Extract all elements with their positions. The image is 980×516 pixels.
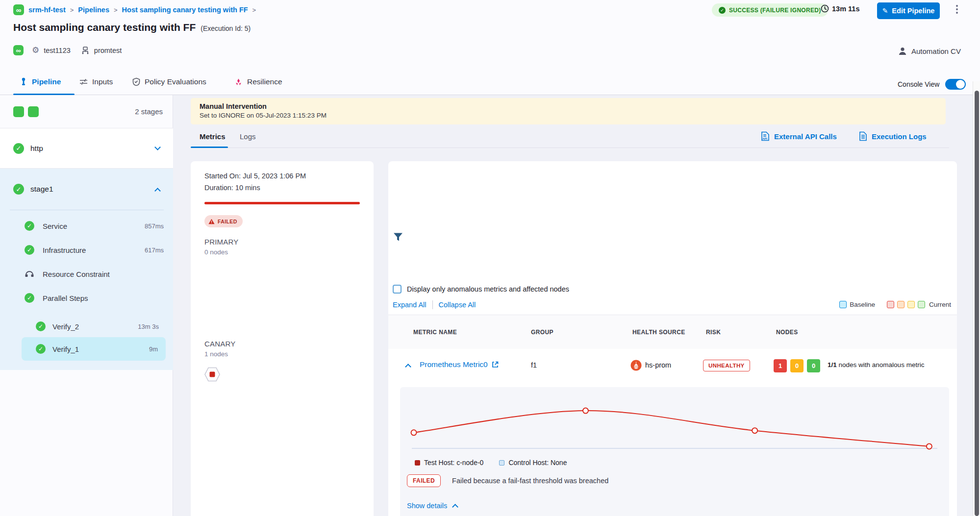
collapse-all-link[interactable]: Collapse All bbox=[439, 301, 476, 309]
show-details-link[interactable]: Show details bbox=[407, 502, 457, 510]
console-view-control: Console View bbox=[898, 79, 966, 90]
sidebar-step-verify-2[interactable]: ✓ Verify_2 13m 3s bbox=[36, 319, 159, 334]
test-host-swatch bbox=[415, 460, 420, 466]
vertical-scrollbar-thumb[interactable] bbox=[975, 91, 979, 516]
tab-policy-evaluations[interactable]: Policy Evaluations bbox=[132, 77, 206, 86]
external-link-icon[interactable] bbox=[492, 361, 499, 368]
node-count-red-chip: 1 bbox=[774, 359, 787, 372]
breadcrumb: ∞ srm-hf-test > Pipelines > Host samplin… bbox=[13, 4, 256, 16]
warning-triangle-icon bbox=[208, 219, 215, 224]
nodes-anomalous-summary: 1/1 nodes with anomalous metric bbox=[828, 361, 924, 369]
tab-resilience-label: Resilience bbox=[247, 77, 282, 86]
breadcrumb-pipeline-link[interactable]: Host sampling canary testing with FF bbox=[122, 6, 248, 14]
banner-title: Manual Intervention bbox=[200, 102, 937, 110]
sidebar-stage-stage1-section: ✓ stage1 ✓ Service 857ms ✓ Infrastructur… bbox=[0, 169, 173, 370]
anomalous-filter-row: Display only anomalous metrics and affec… bbox=[393, 285, 569, 294]
toggle-knob bbox=[956, 80, 965, 89]
active-subtab-underline bbox=[191, 147, 228, 148]
primary-label: PRIMARY bbox=[204, 238, 238, 246]
step-label: Infrastructure bbox=[43, 246, 86, 254]
vertical-scrollbar-track[interactable] bbox=[973, 81, 980, 516]
execution-logs-link[interactable]: Execution Logs bbox=[859, 131, 927, 141]
chart-color-legend: Baseline Current bbox=[839, 301, 951, 308]
test-host-legend-label: Test Host: c-node-0 bbox=[424, 459, 483, 467]
user-indicator: Automation CV bbox=[898, 46, 961, 56]
progress-bar-failed bbox=[204, 202, 360, 204]
expand-all-link[interactable]: Expand All bbox=[393, 301, 427, 309]
sidebar-step-service[interactable]: ✓ Service 857ms bbox=[25, 219, 164, 233]
console-view-toggle[interactable] bbox=[945, 79, 966, 90]
tab-pipeline-label: Pipeline bbox=[32, 77, 61, 86]
service-tag-label: test1123 bbox=[44, 47, 71, 54]
step-duration: 857ms bbox=[145, 222, 164, 230]
manual-intervention-banner: Manual Intervention Set to IGNORE on 05-… bbox=[191, 98, 946, 124]
pencil-icon: ✎ bbox=[882, 7, 888, 15]
current-yellow-swatch bbox=[907, 301, 915, 308]
clock-icon bbox=[821, 4, 829, 13]
chart-data-point[interactable] bbox=[411, 430, 417, 435]
external-api-calls-link[interactable]: API External API Calls bbox=[761, 131, 837, 141]
stage-name: stage1 bbox=[30, 185, 53, 194]
step-label: Verify_1 bbox=[52, 345, 79, 353]
filter-funnel-icon[interactable] bbox=[393, 232, 403, 243]
success-check-icon: ✓ bbox=[36, 321, 46, 331]
chevron-up-icon bbox=[154, 188, 161, 194]
sidebar-step-parallel-steps[interactable]: ✓ Parallel Steps bbox=[25, 291, 164, 305]
metric-group-value: f1 bbox=[531, 361, 537, 369]
breadcrumb-separator: > bbox=[114, 6, 118, 14]
node-count-amber-chip: 0 bbox=[790, 359, 804, 372]
more-options-kebab-icon[interactable] bbox=[956, 5, 958, 14]
anomalous-checkbox[interactable] bbox=[393, 285, 402, 294]
step-label: Parallel Steps bbox=[43, 294, 88, 302]
gear-icon: ⚙ bbox=[32, 45, 39, 55]
breadcrumb-separator: > bbox=[70, 6, 74, 14]
page-title-row: Host sampling canary testing with FF (Ex… bbox=[13, 22, 251, 33]
node-count-green-chip: 0 bbox=[807, 359, 820, 372]
edit-pipeline-button[interactable]: ✎ Edit Pipeline bbox=[877, 2, 940, 19]
sidebar-stage-stage1[interactable]: ✓ stage1 bbox=[0, 177, 173, 201]
analysis-status-row: FAILED Failed because a fail-fast thresh… bbox=[407, 474, 608, 487]
tab-inputs[interactable]: Inputs bbox=[79, 77, 113, 86]
breadcrumb-pipelines-link[interactable]: Pipelines bbox=[78, 6, 109, 14]
tab-resilience[interactable]: Resilience bbox=[234, 77, 282, 86]
breadcrumb-project-link[interactable]: srm-hf-test bbox=[28, 6, 66, 14]
inputs-icon bbox=[79, 78, 88, 86]
metric-analysis-card: Test Host: c-node-0 Control Host: None F… bbox=[400, 387, 949, 516]
sidebar-stage-http[interactable]: ✓ http bbox=[0, 128, 173, 169]
metric-timeseries-chart[interactable] bbox=[407, 393, 941, 456]
success-check-icon: ✓ bbox=[13, 143, 24, 154]
success-check-icon: ✓ bbox=[36, 344, 46, 354]
step-duration: 617ms bbox=[145, 246, 164, 254]
execution-duration: 13m 11s bbox=[821, 4, 859, 13]
failed-status-badge: FAILED bbox=[204, 215, 243, 227]
sidebar-step-verify-1-selected[interactable]: ✓ Verify_1 9m bbox=[22, 337, 166, 361]
chart-data-point[interactable] bbox=[583, 408, 588, 414]
canary-node-hexagon[interactable] bbox=[204, 366, 221, 383]
metric-name-link[interactable]: Prometheus Metric0 bbox=[420, 360, 488, 369]
stages-summary: 2 stages bbox=[0, 95, 173, 128]
nodes-fraction: 1/1 bbox=[828, 361, 837, 369]
subtab-logs[interactable]: Logs bbox=[240, 132, 256, 141]
current-green-swatch bbox=[918, 301, 925, 308]
subtab-metrics[interactable]: Metrics bbox=[200, 132, 226, 141]
step-label: Resource Constraint bbox=[43, 270, 110, 278]
shield-check-icon bbox=[132, 77, 140, 86]
sidebar-step-resource-constraint[interactable]: Resource Constraint bbox=[25, 267, 164, 281]
chart-data-point[interactable] bbox=[927, 443, 932, 449]
console-view-label: Console View bbox=[898, 80, 939, 88]
tab-pipeline[interactable]: Pipeline bbox=[20, 77, 61, 86]
main-tab-bar: Pipeline Inputs Policy Evaluations Resil… bbox=[0, 74, 980, 95]
external-api-calls-label: External API Calls bbox=[774, 132, 837, 141]
document-icon bbox=[859, 131, 867, 141]
analysis-failed-badge: FAILED bbox=[407, 474, 441, 487]
sidebar-step-infrastructure[interactable]: ✓ Infrastructure 617ms bbox=[25, 243, 164, 257]
chart-data-point[interactable] bbox=[752, 428, 757, 433]
nodes-summary-text: nodes with anomalous metric bbox=[839, 361, 925, 369]
success-check-icon: ✓ bbox=[25, 221, 34, 231]
collapse-row-chevron-icon[interactable] bbox=[405, 364, 411, 370]
avatar-icon bbox=[898, 46, 907, 56]
run-summary-panel: Started On: Jul 5, 2023 1:06 PM Duration… bbox=[191, 161, 374, 516]
current-legend-label: Current bbox=[929, 301, 951, 308]
main-area: 2 stages ✓ http ✓ stage1 ✓ Service 857ms bbox=[0, 95, 980, 516]
hexagon-node-icon bbox=[204, 366, 221, 383]
